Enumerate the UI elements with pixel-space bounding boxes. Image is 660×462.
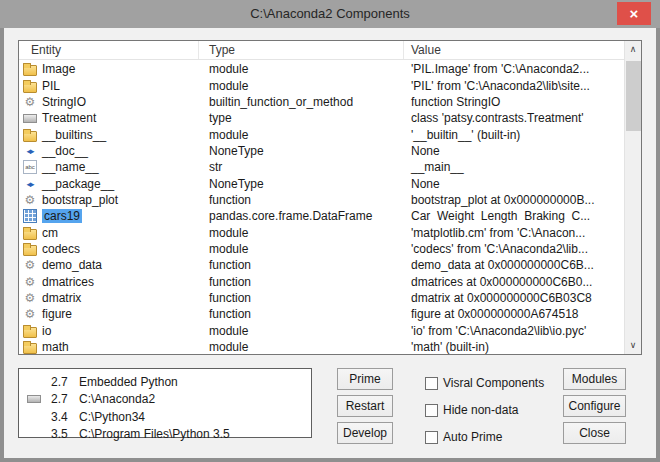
table-row[interactable]: ⚙figurefunctionfigure at 0x000000000A674… — [19, 306, 624, 322]
type-cell: module — [199, 226, 404, 240]
table-row[interactable]: cmmodule'matplotlib.cm' from 'C:\Anacon.… — [19, 224, 624, 240]
entity-cell: cm — [19, 226, 199, 240]
entity-cell: ⚙demo_data — [19, 258, 199, 272]
entity-cell: math — [19, 340, 199, 354]
python-list-item[interactable]: 3.5C:\Program Files\Python 3.5 — [19, 426, 311, 444]
vertical-scrollbar[interactable]: ∧ ∨ — [624, 41, 641, 354]
value-cell: dmatrix at 0x000000000C6B03C8 — [404, 291, 624, 305]
entity-cell: ⚙figure — [19, 307, 199, 321]
entity-cell: __name__ — [19, 160, 199, 174]
checkbox-label: Hide non-data — [443, 403, 518, 417]
hide-non-data-checkbox[interactable] — [425, 404, 438, 417]
value-cell: 'codecs' from 'C:\Anaconda2\lib... — [404, 242, 624, 256]
gear-icon: ⚙ — [23, 307, 37, 321]
value-cell: 'io' from 'C:\Anaconda2\lib\io.pyc' — [404, 324, 624, 338]
develop-button[interactable]: Develop — [337, 422, 393, 444]
table-row[interactable]: ⚙StringIObuiltin_function_or_methodfunct… — [19, 94, 624, 110]
titlebar[interactable]: C:\Anaconda2 Components × — [0, 0, 660, 28]
entity-name: dmatrix — [42, 291, 81, 305]
table-row[interactable]: ⚙dmatricesfunctiondmatrices at 0x0000000… — [19, 273, 624, 289]
column-header-value[interactable]: Value — [404, 41, 624, 59]
component-list: Entity Type Value Imagemodule'PIL.Image'… — [18, 40, 642, 355]
scrollbar-thumb[interactable] — [626, 61, 641, 131]
component-table-body: Imagemodule'PIL.Image' from 'C:\Anaconda… — [19, 61, 624, 354]
gear-icon: ⚙ — [23, 193, 37, 207]
python-version: 3.4 — [51, 410, 73, 424]
auto-prime-checkbox[interactable] — [425, 431, 438, 444]
entity-name: __builtins__ — [42, 128, 106, 142]
scroll-down-icon[interactable]: ∨ — [625, 337, 641, 354]
type-cell: module — [199, 340, 404, 354]
table-row[interactable]: __builtins__module'__builtin__' (built-i… — [19, 126, 624, 142]
column-header-type[interactable]: Type — [199, 41, 404, 59]
table-row[interactable]: __name__str__main__ — [19, 159, 624, 175]
python-list-item[interactable]: 3.4C:\Python34 — [19, 408, 311, 426]
code-icon: ◂▸ — [23, 177, 37, 191]
modules-button[interactable]: Modules — [563, 368, 626, 390]
table-row[interactable]: ⚙demo_datafunctiondemo_data at 0x0000000… — [19, 257, 624, 273]
dialog-body: Entity Type Value Imagemodule'PIL.Image'… — [4, 28, 656, 458]
scroll-up-icon[interactable]: ∧ — [625, 41, 641, 58]
checkbox-row: Hide non-data — [425, 399, 544, 421]
table-row[interactable]: cars19pandas.core.frame.DataFrameCar Wei… — [19, 208, 624, 224]
table-row[interactable]: ◂▸__doc__NoneTypeNone — [19, 143, 624, 159]
type-cell: builtin_function_or_method — [199, 95, 404, 109]
slab-icon — [27, 395, 41, 403]
configure-button[interactable]: Configure — [563, 395, 626, 417]
entity-name: __doc__ — [42, 144, 88, 158]
column-header-entity[interactable]: Entity — [19, 41, 199, 59]
checkbox-row: Visral Components — [425, 372, 544, 394]
value-cell: '__builtin__' (built-in) — [404, 128, 624, 142]
value-cell: 'PIL.Image' from 'C:\Anaconda2... — [404, 62, 624, 76]
entity-cell: Treatment — [19, 111, 199, 125]
table-icon — [23, 209, 37, 223]
python-active-icon — [19, 395, 43, 403]
folder-icon — [23, 242, 37, 256]
folder-icon — [23, 226, 37, 240]
entity-name: io — [42, 324, 51, 338]
table-row[interactable]: iomodule'io' from 'C:\Anaconda2\lib\io.p… — [19, 323, 624, 339]
table-row[interactable]: Treatmenttypeclass 'patsy.contrasts.Trea… — [19, 110, 624, 126]
python-path: C:\Program Files\Python 3.5 — [79, 427, 230, 441]
restart-button[interactable]: Restart — [337, 395, 393, 417]
python-list-item[interactable]: 2.7C:\Anaconda2 — [19, 391, 311, 409]
left-button-column: PrimeRestartDevelop — [337, 368, 393, 444]
folder-icon — [23, 79, 37, 93]
entity-name: __package__ — [42, 177, 114, 191]
value-cell: bootstrap_plot at 0x000000000B... — [404, 193, 624, 207]
entity-name: codecs — [42, 242, 80, 256]
entity-name: __name__ — [42, 160, 99, 174]
entity-cell: codecs — [19, 242, 199, 256]
visral-components-checkbox[interactable] — [425, 377, 438, 390]
python-path: C:\Python34 — [79, 410, 145, 424]
python-version: 2.7 — [51, 375, 73, 389]
entity-name: math — [42, 340, 69, 354]
table-row[interactable]: ◂▸__package__NoneTypeNone — [19, 175, 624, 191]
value-cell: 'PIL' from 'C:\Anaconda2\lib\site... — [404, 79, 624, 93]
checkbox-column: Visral ComponentsHide non-dataAuto Prime — [425, 372, 544, 448]
dialog-window: C:\Anaconda2 Components × Entity Type Va… — [0, 0, 660, 462]
entity-name: PIL — [42, 79, 60, 93]
checkbox-label: Auto Prime — [443, 430, 502, 444]
type-cell: module — [199, 242, 404, 256]
close-icon[interactable]: × — [617, 2, 651, 25]
type-cell: str — [199, 160, 404, 174]
type-cell: module — [199, 324, 404, 338]
value-cell: function StringIO — [404, 95, 624, 109]
table-row[interactable]: ⚙bootstrap_plotfunctionbootstrap_plot at… — [19, 192, 624, 208]
table-row[interactable]: PILmodule'PIL' from 'C:\Anaconda2\lib\si… — [19, 77, 624, 93]
entity-name: figure — [42, 307, 72, 321]
python-list-item[interactable]: 2.7Embedded Python — [19, 373, 311, 391]
table-row[interactable]: mathmodule'math' (built-in) — [19, 339, 624, 354]
python-path: Embedded Python — [79, 375, 178, 389]
table-row[interactable]: codecsmodule'codecs' from 'C:\Anaconda2\… — [19, 241, 624, 257]
entity-name: demo_data — [42, 258, 102, 272]
type-cell: function — [199, 193, 404, 207]
entity-cell: Image — [19, 62, 199, 76]
table-row[interactable]: ⚙dmatrixfunctiondmatrix at 0x000000000C6… — [19, 290, 624, 306]
close-button[interactable]: Close — [563, 422, 626, 444]
table-row[interactable]: Imagemodule'PIL.Image' from 'C:\Anaconda… — [19, 61, 624, 77]
abc-icon — [23, 160, 37, 174]
type-cell: function — [199, 291, 404, 305]
prime-button[interactable]: Prime — [337, 368, 393, 390]
